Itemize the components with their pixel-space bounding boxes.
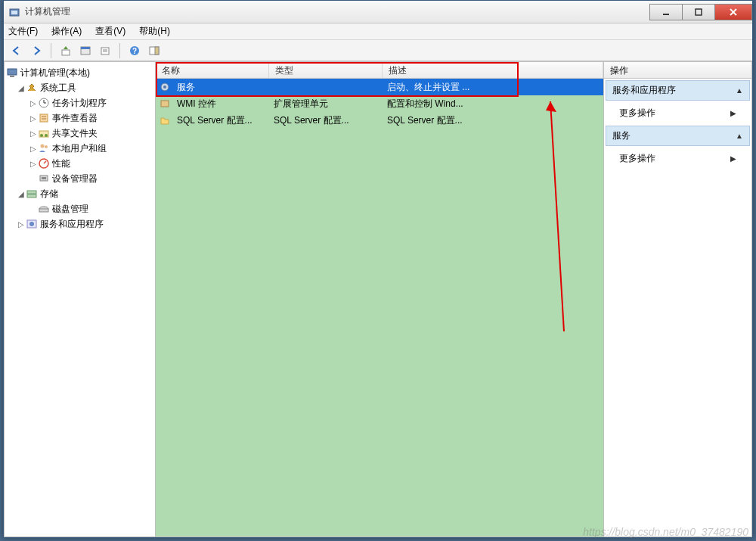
- list-row[interactable]: SQL Server 配置... SQL Server 配置... SQL Se…: [156, 112, 603, 129]
- column-type[interactable]: 类型: [269, 62, 383, 78]
- action-pane: 操作 服务和应用程序 ▲ 更多操作 ▶ 服务 ▲ 更多操作 ▶: [604, 62, 751, 536]
- app-icon: [8, 6, 20, 18]
- menu-view[interactable]: 查看(V): [95, 25, 125, 38]
- tree-device-manager[interactable]: 设备管理器: [6, 171, 153, 186]
- list-row[interactable]: WMI 控件 扩展管理单元 配置和控制 Wind...: [156, 95, 603, 112]
- annotation-arrow: [481, 97, 579, 339]
- forward-button[interactable]: [28, 42, 45, 59]
- cell-type: 扩展管理单元: [268, 98, 381, 110]
- expand-icon[interactable]: ▷: [29, 99, 38, 107]
- svg-rect-6: [62, 50, 70, 55]
- action-section-services-apps[interactable]: 服务和应用程序 ▲: [606, 80, 750, 101]
- tree-label: 性能: [52, 157, 70, 170]
- tree-label: 共享文件夹: [52, 127, 98, 140]
- expand-icon[interactable]: ▷: [29, 114, 38, 123]
- watermark: https://blog.csdn.net/m0_37482190: [583, 526, 748, 538]
- titlebar: 计算机管理: [4, 1, 752, 23]
- tools-icon: [26, 82, 38, 94]
- clock-icon: [38, 97, 50, 109]
- expand-icon[interactable]: ▷: [17, 220, 26, 229]
- export-button[interactable]: [97, 42, 113, 59]
- show-hide-button[interactable]: [146, 42, 163, 59]
- action-item-label: 更多操作: [619, 107, 655, 120]
- tree-event-viewer[interactable]: ▷ 事件查看器: [6, 110, 153, 126]
- storage-icon: [26, 188, 38, 200]
- svg-point-40: [163, 86, 166, 89]
- column-name[interactable]: 名称: [156, 62, 269, 78]
- help-button[interactable]: ?: [126, 42, 143, 59]
- back-button[interactable]: [8, 42, 25, 59]
- menu-action[interactable]: 操作(A): [51, 25, 82, 38]
- tree-task-scheduler[interactable]: ▷ 任务计划程序: [6, 95, 153, 110]
- svg-rect-34: [27, 194, 36, 197]
- up-button[interactable]: [57, 42, 74, 59]
- svg-rect-15: [155, 47, 159, 54]
- services-apps-icon: [26, 218, 38, 230]
- tree-root[interactable]: 计算机管理(本地): [6, 65, 153, 80]
- svg-line-42: [550, 101, 564, 331]
- collapse-icon[interactable]: ◢: [17, 84, 26, 92]
- tree-services-apps[interactable]: ▷ 服务和应用程序: [6, 216, 153, 232]
- tree-shared-folders[interactable]: ▷ 共享文件夹: [6, 126, 153, 141]
- tree-system-tools[interactable]: ◢ 系统工具: [6, 80, 153, 95]
- svg-rect-41: [161, 101, 169, 107]
- menubar: 文件(F) 操作(A) 查看(V) 帮助(H): [4, 23, 752, 40]
- users-icon: [38, 142, 50, 154]
- menu-help[interactable]: 帮助(H): [139, 25, 170, 38]
- svg-point-38: [29, 222, 34, 226]
- list-row[interactable]: 服务 启动、终止并设置 ...: [156, 79, 603, 95]
- menu-file[interactable]: 文件(F): [8, 25, 38, 38]
- tree-pane: 计算机管理(本地) ◢ 系统工具 ▷ 任务计划程序 ▷ 事件查看器 ▷ 共享文件…: [5, 62, 156, 536]
- tree-label: 系统工具: [40, 82, 76, 95]
- cell-desc: SQL Server 配置...: [381, 114, 603, 127]
- svg-rect-1: [11, 11, 17, 14]
- expand-icon[interactable]: ▷: [29, 160, 38, 168]
- device-icon: [38, 173, 50, 185]
- column-desc[interactable]: 描述: [383, 62, 603, 78]
- collapse-triangle-icon: ▲: [736, 132, 743, 140]
- tree-label: 任务计划程序: [52, 97, 107, 110]
- list-header: 名称 类型 描述: [156, 62, 603, 79]
- close-button[interactable]: [714, 4, 752, 20]
- properties-button[interactable]: [77, 42, 94, 59]
- expand-icon[interactable]: ▷: [29, 145, 38, 153]
- svg-text:?: ?: [132, 47, 137, 55]
- window-controls: [650, 4, 752, 20]
- svg-rect-16: [8, 69, 17, 75]
- minimize-button[interactable]: [649, 4, 683, 20]
- expand-icon[interactable]: ▷: [29, 129, 38, 138]
- share-icon: [38, 127, 50, 139]
- collapse-icon[interactable]: ◢: [17, 190, 26, 198]
- svg-rect-8: [81, 47, 90, 49]
- computer-icon: [6, 67, 18, 79]
- tree-disk-management[interactable]: 磁盘管理: [6, 201, 153, 216]
- svg-rect-3: [696, 9, 702, 15]
- svg-rect-36: [39, 209, 48, 212]
- submenu-triangle-icon: ▶: [730, 154, 736, 163]
- svg-rect-32: [42, 177, 46, 179]
- action-section-label: 服务和应用程序: [612, 84, 676, 97]
- tree-storage[interactable]: ◢ 存储: [6, 186, 153, 201]
- cell-name: SQL Server 配置...: [171, 114, 268, 127]
- tree-performance[interactable]: ▷ 性能: [6, 156, 153, 171]
- toolbar: ?: [4, 40, 752, 61]
- cell-type: SQL Server 配置...: [268, 114, 381, 127]
- action-item-label: 更多操作: [619, 152, 655, 165]
- tree-local-users[interactable]: ▷ 本地用户和组: [6, 141, 153, 156]
- collapse-triangle-icon: ▲: [736, 86, 743, 95]
- event-icon: [38, 112, 50, 124]
- action-more-2[interactable]: 更多操作 ▶: [604, 148, 751, 169]
- svg-point-27: [41, 145, 45, 148]
- gear-icon: [159, 81, 171, 93]
- submenu-triangle-icon: ▶: [730, 109, 736, 117]
- tree-label: 计算机管理(本地): [20, 67, 90, 79]
- action-more-1[interactable]: 更多操作 ▶: [604, 102, 751, 124]
- action-pane-title: 操作: [604, 62, 751, 79]
- tree-label: 事件查看器: [52, 112, 98, 125]
- maximize-button[interactable]: [682, 4, 715, 20]
- svg-rect-17: [10, 76, 14, 77]
- svg-rect-33: [27, 191, 36, 194]
- tree-label: 设备管理器: [52, 173, 98, 185]
- action-section-services[interactable]: 服务 ▲: [606, 126, 750, 146]
- list-body[interactable]: 服务 启动、终止并设置 ... WMI 控件 扩展管理单元 配置和控制 Wind…: [156, 79, 603, 536]
